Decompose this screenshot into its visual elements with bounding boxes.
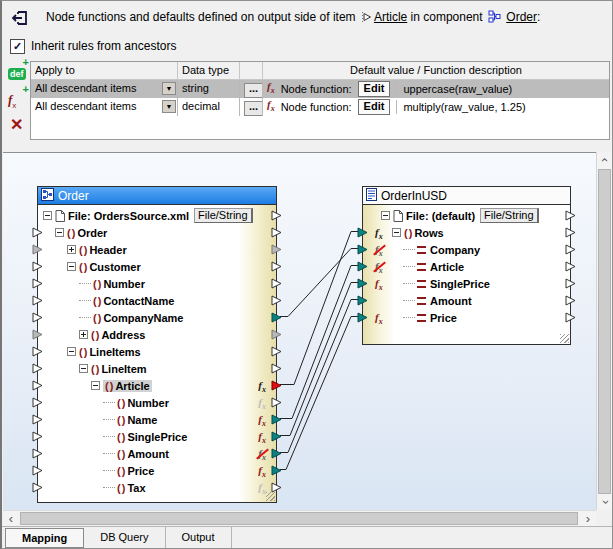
tree-node-rows[interactable]: ( )Rowsfx [363, 224, 570, 241]
tree-node-amount[interactable]: ( )Amountfx [38, 445, 276, 462]
expander-icon[interactable] [43, 211, 52, 220]
tree-node-price[interactable]: Pricefx [363, 309, 570, 326]
input-connector[interactable] [32, 482, 43, 493]
tree-node-article[interactable]: Articlefx [363, 258, 570, 275]
node-function-icon[interactable]: fx [258, 414, 266, 429]
output-connector[interactable] [271, 227, 282, 238]
rule-row-1[interactable]: All descendant items▼ string ... fx Node… [31, 80, 609, 98]
edit-button[interactable]: Edit [358, 81, 391, 97]
item-link[interactable]: Article [374, 10, 407, 24]
add-function-rule-button[interactable]: fx+ [8, 90, 28, 108]
tree-node-contactname[interactable]: ( )ContactName [38, 292, 276, 309]
expander-icon[interactable] [79, 330, 88, 339]
input-connector[interactable] [32, 448, 43, 459]
scroll-down-arrow[interactable]: ‹ [597, 494, 613, 510]
node-function-icon[interactable]: fx [375, 278, 383, 293]
tree-node-address[interactable]: ( )Address [38, 326, 276, 343]
output-connector[interactable] [271, 346, 282, 357]
output-connector[interactable] [565, 295, 576, 306]
output-connector[interactable] [271, 431, 282, 442]
input-connector[interactable] [32, 312, 43, 323]
tree-node-file-default-[interactable]: File: (default)File/String [363, 207, 570, 224]
input-connector[interactable] [32, 295, 43, 306]
input-connector[interactable] [32, 431, 43, 442]
output-connector[interactable] [271, 244, 282, 255]
expander-icon[interactable] [67, 245, 76, 254]
output-connector[interactable] [271, 465, 282, 476]
input-connector[interactable] [32, 346, 43, 357]
tree-node-header[interactable]: ( )Header [38, 241, 276, 258]
component-orderinusd-header[interactable]: OrderInUSD [363, 187, 570, 205]
expander-icon[interactable] [91, 381, 100, 390]
node-function-icon[interactable]: fx [258, 431, 266, 446]
input-connector[interactable] [357, 261, 368, 272]
scroll-up-arrow[interactable]: ‹ [597, 152, 613, 168]
output-connector[interactable] [271, 380, 282, 391]
input-connector[interactable] [357, 244, 368, 255]
tree-node-singleprice[interactable]: SinglePricefx [363, 275, 570, 292]
expander-icon[interactable] [392, 228, 401, 237]
input-connector[interactable] [32, 227, 43, 238]
browse-button[interactable]: ... [244, 101, 263, 116]
inherit-rules-checkbox[interactable]: ✓ [10, 39, 25, 54]
tree-node-company[interactable]: Companyfx [363, 241, 570, 258]
input-connector[interactable] [32, 465, 43, 476]
expander-icon[interactable] [67, 347, 76, 356]
expander-icon[interactable] [55, 228, 64, 237]
output-connector[interactable] [565, 227, 576, 238]
input-connector[interactable] [357, 278, 368, 289]
node-function-icon[interactable]: fx [375, 227, 383, 242]
browse-button[interactable]: ... [244, 83, 263, 98]
input-connector[interactable] [357, 227, 368, 238]
expander-icon[interactable] [67, 262, 76, 271]
tree-node-file-orderssource-xml[interactable]: File: OrdersSource.xmlFile/String [38, 207, 276, 224]
tree-node-lineitems[interactable]: ( )LineItems [38, 343, 276, 360]
node-function-icon[interactable]: fx [375, 244, 383, 259]
rule-row-2[interactable]: All descendant items▼ decimal ... fx Nod… [31, 98, 609, 116]
output-connector[interactable] [565, 261, 576, 272]
file-string-button[interactable]: File/String [194, 208, 253, 223]
component-orderinusd[interactable]: OrderInUSD File: (default)File/String( )… [362, 186, 571, 345]
dropdown-arrow-icon[interactable]: ▼ [162, 100, 176, 113]
output-connector[interactable] [271, 448, 282, 459]
tree-node-amount[interactable]: Amount [363, 292, 570, 309]
tree-node-name[interactable]: ( )Namefx [38, 411, 276, 428]
vertical-scrollbar[interactable]: ‹ ‹ [596, 152, 612, 510]
input-connector[interactable] [32, 397, 43, 408]
node-function-icon[interactable]: fx [258, 482, 266, 497]
component-link[interactable]: Order [506, 10, 537, 24]
add-default-rule-button[interactable]: def+ [8, 63, 28, 81]
scroll-left-arrow[interactable]: ‹ [3, 511, 19, 527]
component-order[interactable]: Order File: OrdersSource.xmlFile/String(… [37, 186, 277, 503]
tree-node-tax[interactable]: ( )Taxfx [38, 479, 276, 496]
output-connector[interactable] [565, 312, 576, 323]
node-function-icon[interactable]: fx [375, 261, 383, 276]
input-connector[interactable] [32, 414, 43, 425]
input-connector[interactable] [32, 363, 43, 374]
tab-output[interactable]: Output [166, 527, 232, 549]
input-connector[interactable] [32, 380, 43, 391]
output-connector[interactable] [271, 261, 282, 272]
delete-rule-button[interactable]: ✕ [8, 117, 30, 135]
node-function-icon[interactable]: fx [258, 465, 266, 480]
dropdown-arrow-icon[interactable]: ▼ [162, 82, 176, 95]
expander-icon[interactable] [381, 211, 390, 220]
output-connector[interactable] [271, 482, 282, 493]
tab-db-query[interactable]: DB Query [84, 527, 165, 549]
input-connector[interactable] [32, 329, 43, 340]
tab-mapping[interactable]: Mapping [5, 528, 84, 548]
node-function-icon[interactable]: fx [258, 397, 266, 412]
scroll-right-arrow[interactable]: › [580, 511, 596, 527]
node-function-icon[interactable]: fx [258, 380, 266, 395]
edit-button[interactable]: Edit [358, 99, 391, 115]
output-connector[interactable] [565, 210, 576, 221]
input-connector[interactable] [357, 312, 368, 323]
tree-node-number[interactable]: ( )Numberfx [38, 394, 276, 411]
tree-node-singleprice[interactable]: ( )SinglePricefx [38, 428, 276, 445]
tree-node-number[interactable]: ( )Number [38, 275, 276, 292]
output-connector[interactable] [565, 278, 576, 289]
node-function-icon[interactable]: fx [258, 448, 266, 463]
horizontal-scroll-thumb[interactable] [20, 512, 578, 525]
output-connector[interactable] [271, 312, 282, 323]
output-connector[interactable] [271, 397, 282, 408]
